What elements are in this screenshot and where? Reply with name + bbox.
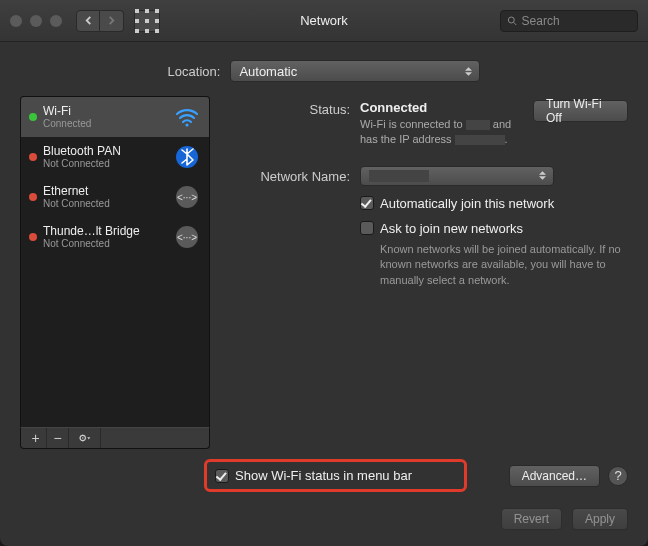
sidebar-item-status: Connected (43, 118, 167, 130)
show-all-button[interactable] (134, 10, 160, 32)
chevron-updown-icon (461, 61, 475, 81)
auto-join-checkbox[interactable] (360, 196, 374, 210)
svg-rect-8 (155, 29, 159, 33)
show-status-checkbox[interactable] (215, 469, 229, 483)
forward-button[interactable] (100, 10, 124, 32)
svg-rect-1 (145, 9, 149, 13)
sidebar-item-bluetooth-pan[interactable]: Bluetooth PAN Not Connected (21, 137, 209, 177)
window-controls (10, 15, 62, 27)
svg-rect-2 (155, 9, 159, 13)
status-value: Connected (360, 100, 517, 115)
svg-point-9 (508, 17, 514, 23)
status-dot-icon (29, 113, 37, 121)
status-dot-icon (29, 233, 37, 241)
add-interface-button[interactable]: + (25, 428, 47, 448)
sidebar-item-name: Wi-Fi (43, 104, 167, 118)
help-button[interactable]: ? (608, 466, 628, 486)
sidebar-item-ethernet[interactable]: Ethernet Not Connected <···> (21, 177, 209, 217)
sidebar-item-name: Ethernet (43, 184, 167, 198)
close-icon[interactable] (10, 15, 22, 27)
chevron-updown-icon (535, 167, 549, 185)
auto-join-label: Automatically join this network (380, 196, 554, 211)
ask-join-description: Known networks will be joined automatica… (380, 242, 628, 288)
sidebar-item-status: Not Connected (43, 238, 167, 250)
minimize-icon[interactable] (30, 15, 42, 27)
sidebar-item-name: Bluetooth PAN (43, 144, 167, 158)
sidebar-item-wi-fi[interactable]: Wi-Fi Connected (21, 97, 209, 137)
status-description: Wi-Fi is connected to and has the IP add… (360, 117, 517, 148)
status-dot-icon (29, 193, 37, 201)
turn-wifi-off-button[interactable]: Turn Wi-Fi Off (533, 100, 628, 122)
svg-rect-6 (135, 29, 139, 33)
ethernet-icon: <···> (173, 183, 201, 211)
svg-line-10 (514, 22, 517, 25)
redacted-ssid (466, 120, 490, 130)
search-icon (507, 15, 518, 27)
svg-marker-11 (465, 67, 472, 71)
redacted-network-name (369, 170, 429, 182)
zoom-icon[interactable] (50, 15, 62, 27)
svg-marker-12 (465, 72, 472, 76)
back-button[interactable] (76, 10, 100, 32)
svg-rect-0 (135, 9, 139, 13)
show-status-label: Show Wi-Fi status in menu bar (235, 468, 412, 483)
highlight-annotation: Show Wi-Fi status in menu bar (204, 459, 467, 492)
remove-interface-button[interactable]: − (47, 428, 69, 448)
wifi-icon (173, 103, 201, 131)
sidebar-footer: + − (20, 427, 210, 449)
revert-button[interactable]: Revert (501, 508, 562, 530)
redacted-ip (455, 135, 505, 145)
search-input[interactable] (522, 14, 631, 28)
svg-text:<···>: <···> (177, 232, 197, 243)
network-name-select[interactable] (360, 166, 554, 186)
gear-icon (79, 432, 91, 444)
search-field[interactable] (500, 10, 638, 32)
svg-rect-4 (145, 19, 149, 23)
titlebar: Network (0, 0, 648, 42)
grid-icon (135, 9, 159, 33)
ethernet-icon: <···> (173, 223, 201, 251)
svg-marker-26 (539, 172, 546, 176)
svg-rect-5 (155, 19, 159, 23)
sidebar-item-thunde-lt-bridge[interactable]: Thunde…lt Bridge Not Connected <···> (21, 217, 209, 257)
svg-text:<···>: <···> (177, 192, 197, 203)
svg-point-13 (185, 123, 188, 126)
sidebar-item-name: Thunde…lt Bridge (43, 224, 167, 238)
interface-list[interactable]: Wi-Fi Connected Bluetooth PAN Not Connec… (20, 96, 210, 427)
apply-button[interactable]: Apply (572, 508, 628, 530)
advanced-button[interactable]: Advanced… (509, 465, 600, 487)
interface-actions-button[interactable] (69, 428, 101, 448)
status-label: Status: (224, 100, 360, 148)
svg-rect-7 (145, 29, 149, 33)
network-name-label: Network Name: (224, 167, 360, 184)
svg-marker-27 (539, 177, 546, 181)
svg-rect-3 (135, 19, 139, 23)
svg-marker-25 (87, 437, 90, 439)
location-value: Automatic (239, 64, 297, 79)
detail-pane: Status: Connected Wi-Fi is connected to … (224, 96, 628, 449)
bluetooth-icon (173, 143, 201, 171)
status-dot-icon (29, 153, 37, 161)
ask-join-label: Ask to join new networks (380, 221, 523, 236)
location-label: Location: (168, 64, 221, 79)
location-select[interactable]: Automatic (230, 60, 480, 82)
svg-point-20 (82, 437, 84, 439)
sidebar-item-status: Not Connected (43, 158, 167, 170)
ask-join-checkbox[interactable] (360, 221, 374, 235)
sidebar-item-status: Not Connected (43, 198, 167, 210)
